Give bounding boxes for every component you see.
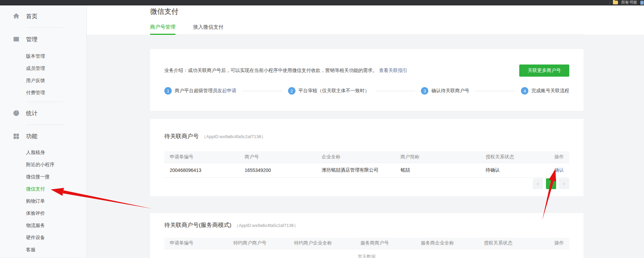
appid-label: （AppID:wx9a6c4fa5c2af7136） [202,134,266,140]
empty-data-text: 暂无数据 [164,249,569,258]
col-action: 操作 [541,238,569,249]
sidebar-item-wechat-search[interactable]: 微信搜一搜 [0,171,87,183]
sidebar-item-nearby-miniprogram[interactable]: 附近的小程序 [0,158,87,171]
sidebar-item-home[interactable]: 首页 [0,9,87,23]
business-intro-text: 业务介绍：成功关联商户号后，可以实现在当前小程序中使用微信支付收款，营销等相关功… [164,68,407,74]
sidebar-item-experience-review[interactable]: 体验评价 [0,207,87,219]
sidebar-divider [26,102,63,102]
table-row: 200468096413 1655349200 潍坊铭喆酒店管理有限公司 铭喆 … [164,163,569,177]
sidebar-item-label: 功能 [26,132,38,140]
partial-bookmark-icon[interactable] [640,1,644,5]
cell-request-id: 200468096413 [164,163,239,177]
cell-merchant-id: 1655349200 [239,163,316,177]
step-1: 1 商户平台超级管理员发起申请 [164,87,236,95]
step-4-badge: 4 [521,87,528,95]
tab-merchant-manage[interactable]: 商户号管理 [150,24,175,35]
col-sub-merchant-company: 特约商户企业全称 [289,238,355,249]
sidebar-item-features[interactable]: 功能 [0,129,87,143]
bookmarks-separator [610,1,610,5]
main-area: 微信支付 商户号管理 接入微信支付 业务介绍：成功关联商户号后，可以实现在当前小… [87,5,644,257]
intro-banner-card: 业务介绍：成功关联商户号后，可以实现在当前小程序中使用微信支付收款，营销等相关功… [150,49,583,111]
sidebar-item-label: 统计 [26,109,38,117]
cell-company-name: 潍坊铭喆酒店管理有限公司 [316,163,395,177]
page-header: 微信支付 商户号管理 接入微信支付 [87,5,644,35]
sidebar: 首页 管理 版本管理 成员管理 用户反馈 付费管理 统计 [0,5,87,257]
view-guide-link[interactable]: 查看关联指引 [379,68,407,73]
content: 业务介绍：成功关联商户号后，可以实现在当前小程序中使用微信支付收款，营销等相关功… [87,49,644,258]
pagination: ‹ 1 › [164,178,569,189]
service-provider-table: 申请单编号 特约商户商户号 特约商户企业全称 服务商商户号 服务商企业全称 授权… [164,238,569,258]
sidebar-item-label: 首页 [26,12,38,20]
bookmark-folder-icon[interactable] [613,1,618,4]
sidebar-item-customer-service[interactable]: 客服 [0,243,87,256]
sidebar-item-label: 管理 [26,35,38,43]
pending-merchants-table: 申请单编号 商户号 企业全称 商户简称 授权关系状态 操作 2004680964… [164,151,569,178]
step-1-badge: 1 [164,87,172,95]
col-request-id: 申请单编号 [164,238,228,249]
col-action: 操作 [541,151,569,163]
step-1-label: 商户平台超级管理员 [175,88,217,94]
empty-row: 暂无数据 [164,249,569,258]
sidebar-item-version-manage[interactable]: 版本管理 [0,50,87,62]
col-merchant-short-name: 商户简称 [395,151,480,163]
col-request-id: 申请单编号 [164,151,239,163]
sidebar-item-hardware[interactable]: 硬件设备 [0,231,87,243]
table-header-row: 申请单编号 商户号 企业全称 商户简称 授权关系状态 操作 [164,151,569,163]
sidebar-item-member-manage[interactable]: 成员管理 [0,62,87,74]
sidebar-item-manage[interactable]: 管理 [0,32,87,46]
step-4-label: 完成账号关联流程 [531,88,569,94]
tab-bar: 商户号管理 接入微信支付 [150,24,583,35]
pending-merchants-card: 待关联商户号 （AppID:wx9a6c4fa5c2af7136） 申请单编号 … [150,119,583,196]
step-4: 4 完成账号关联流程 [521,87,569,95]
association-steps: 1 商户平台超级管理员发起申请 2 平台审核（仅关联主体不一致时） 3 确认待关… [164,87,569,95]
sidebar-item-face-verify[interactable]: 人脸核身 [0,146,87,158]
sidebar-item-statistics[interactable]: 统计 [0,106,87,120]
bookmarks-label[interactable]: 所有书签 [621,0,637,5]
cell-auth-status: 待确认 [480,163,541,177]
sidebar-item-shopping-orders[interactable]: 购物订单 [0,195,87,207]
current-page-button[interactable]: 1 [546,178,556,189]
section-title: 待关联商户号(服务商模式) [164,221,231,229]
sidebar-item-payment-manage[interactable]: 付费管理 [0,86,87,99]
next-page-button[interactable]: › [559,178,569,189]
step-3: 3 确认待关联商户号 [421,87,469,95]
intro-text: 业务介绍：成功关联商户号后，可以实现在当前小程序中使用微信支付收款，营销等相关功… [164,68,377,73]
step-connector [242,91,282,91]
home-icon [13,13,20,20]
col-auth-status: 授权关系状态 [479,238,541,249]
step-2-label: 平台审核（仅关联主体不一致时） [299,88,369,94]
col-sp-company: 服务商企业全称 [415,238,479,249]
sidebar-item-wechat-pay[interactable]: 微信支付 [0,183,87,195]
confirm-link[interactable]: 确认 [554,167,564,173]
table-header-row: 申请单编号 特约商户商户号 特约商户企业全称 服务商商户号 服务商企业全称 授权… [164,238,569,249]
appid-label: （AppID:wx9a6c4fa5c2af7136） [234,223,298,229]
prev-page-button[interactable]: ‹ [533,178,543,189]
service-provider-card: 待关联商户号(服务商模式) （AppID:wx9a6c4fa5c2af7136）… [150,213,583,258]
pie-chart-icon [13,110,20,117]
app-window: 首页 管理 版本管理 成员管理 用户反馈 付费管理 统计 [0,5,644,257]
associate-more-merchants-button[interactable]: 关联更多商户号 [519,64,569,77]
sidebar-item-logistics[interactable]: 物流服务 [0,219,87,231]
page-title: 微信支付 [150,7,644,16]
bookmarks-bar-right: 所有书签 [610,0,642,5]
step-connector [475,91,515,91]
sidebar-item-user-feedback[interactable]: 用户反馈 [0,74,87,86]
step-2: 2 平台审核（仅关联主体不一致时） [288,87,369,95]
initiate-request-link[interactable]: 发起申请 [217,88,236,94]
tab-connect-wechat-pay[interactable]: 接入微信支付 [193,24,223,35]
sidebar-divider [26,125,63,125]
browser-bookmarks-bar: 所有书签 [0,0,644,5]
step-2-badge: 2 [288,87,295,95]
col-sp-merchant-id: 服务商商户号 [355,238,415,249]
sidebar-divider [26,27,63,28]
col-sub-merchant-id: 特约商户商户号 [228,238,289,249]
step-3-label: 确认待关联商户号 [431,88,469,94]
inbox-icon [13,36,20,43]
step-connector [375,91,415,91]
col-company-name: 企业全称 [316,151,395,163]
section-title: 待关联商户号 [164,132,199,140]
grid-icon [13,133,20,139]
step-3-badge: 3 [421,87,428,95]
col-merchant-id: 商户号 [239,151,316,163]
cell-merchant-short-name: 铭喆 [395,163,480,177]
